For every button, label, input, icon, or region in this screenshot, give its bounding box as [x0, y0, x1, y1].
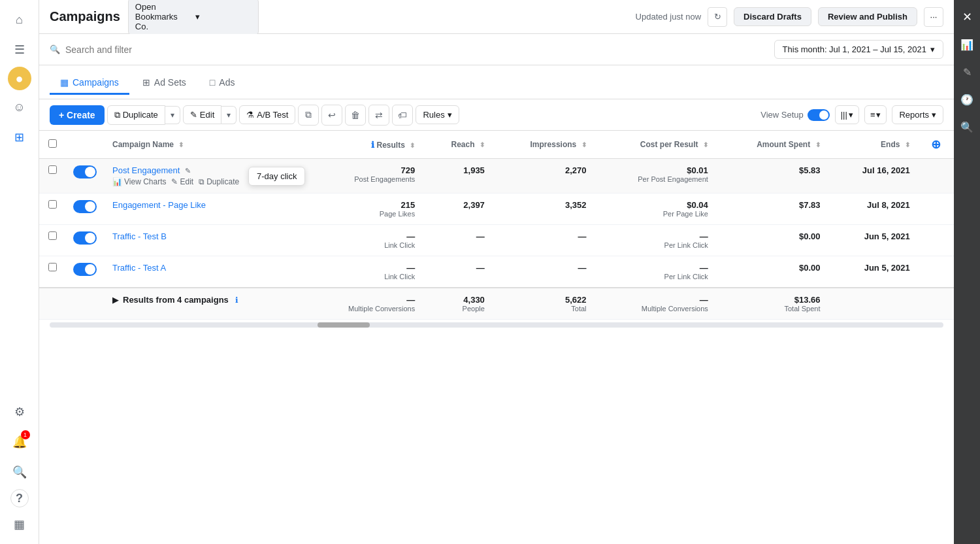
scroll-thumb[interactable]: [318, 322, 370, 328]
view-setup: View Setup: [760, 109, 830, 121]
chart-icon[interactable]: 📊: [955, 33, 979, 56]
tab-campaigns[interactable]: ▦ Campaigns: [50, 72, 129, 95]
tab-ads[interactable]: □ Ads: [199, 72, 246, 93]
row4-campaign-link[interactable]: Traffic - Test A: [112, 263, 166, 273]
expand-icon[interactable]: ▶: [112, 295, 119, 305]
row1-edit[interactable]: ✎ Edit: [171, 177, 193, 186]
reach-label: Reach: [451, 140, 474, 149]
row1-checkbox-cell: [39, 159, 65, 194]
sidebar-item-grid[interactable]: ⊞: [7, 124, 33, 150]
row1-ends-cell: Jul 16, 2021: [828, 159, 918, 194]
row2-amount-value: $7.83: [724, 200, 821, 210]
row3-toggle[interactable]: [73, 231, 97, 245]
row1-view-charts[interactable]: 📊 View Charts: [112, 177, 166, 186]
row1-toggle[interactable]: [73, 165, 97, 178]
row1-campaign-link[interactable]: Post Engagement: [112, 165, 180, 175]
summary-impressions-value: 5,622: [500, 295, 587, 305]
close-button[interactable]: ✕: [955, 5, 979, 29]
tab-ad-sets[interactable]: ⊞ Ad Sets: [132, 72, 197, 93]
row2-cost-value: $0.04: [602, 200, 708, 210]
date-range-button[interactable]: This month: Jul 1, 2021 – Jul 15, 2021 ▾: [774, 40, 943, 59]
duplicate-label: Duplicate: [123, 110, 158, 120]
row4-checkbox[interactable]: [48, 263, 57, 271]
column-view-icon: |||: [841, 110, 847, 120]
sidebar-logo: ●: [8, 67, 31, 90]
amount-sort-icon[interactable]: ⬍: [815, 141, 821, 148]
row3-amount-value: $0.00: [724, 231, 821, 241]
summary-info-icon[interactable]: ℹ: [235, 296, 238, 305]
clock-icon[interactable]: 🕐: [955, 88, 979, 111]
cost-sort-icon[interactable]: ⬍: [703, 141, 708, 148]
row2-results-cell: 215 Page Likes: [306, 194, 423, 225]
row3-checkbox[interactable]: [48, 231, 57, 240]
reach-sort-icon[interactable]: ⬍: [480, 141, 485, 148]
row3-cost-value: —: [602, 231, 708, 241]
sidebar-item-search[interactable]: 🔍: [7, 459, 33, 485]
row1-edit-name-icon[interactable]: ✎: [185, 167, 191, 175]
view-setup-toggle[interactable]: [808, 109, 830, 121]
duplicate-arrow-button[interactable]: ▾: [165, 106, 180, 124]
row2-impressions-cell: 3,352: [493, 194, 595, 225]
tag-button[interactable]: 🏷: [392, 105, 413, 126]
edit-arrow-button[interactable]: ▾: [221, 106, 237, 124]
header-reach: Reach ⬍: [423, 131, 493, 159]
sidebar-item-menu[interactable]: ☰: [7, 37, 33, 63]
row2-toggle[interactable]: [73, 200, 97, 213]
edit-button[interactable]: ✎ Edit: [183, 105, 221, 124]
add-column-icon[interactable]: ⊕: [931, 138, 941, 151]
sidebar-item-notifications[interactable]: 🔔 1: [7, 429, 33, 455]
row1-results-value: 729: [314, 165, 415, 175]
row4-cost-cell: — Per Link Click: [595, 256, 716, 288]
row1-checkbox[interactable]: [48, 165, 57, 174]
select-all-checkbox[interactable]: [48, 139, 57, 148]
sidebar-item-help[interactable]: ?: [10, 489, 29, 507]
row1-duplicate[interactable]: ⧉ Duplicate: [199, 177, 239, 186]
results-sort-icon[interactable]: ⬍: [410, 142, 415, 149]
refresh-button[interactable]: ↻: [708, 7, 727, 27]
breakdown-button[interactable]: ≡ ▾: [864, 105, 887, 124]
impressions-sort-icon[interactable]: ⬍: [581, 141, 587, 148]
column-view-chevron: ▾: [849, 110, 853, 120]
swap-button[interactable]: ⇄: [368, 105, 389, 126]
column-view-button[interactable]: ||| ▾: [835, 105, 859, 124]
delete-button[interactable]: 🗑: [345, 105, 366, 126]
campaign-name-sort-icon[interactable]: ⬍: [178, 141, 184, 148]
undo-button[interactable]: ↩: [321, 105, 342, 126]
row2-reach-cell: 2,397: [423, 194, 493, 225]
more-options-button[interactable]: ···: [924, 7, 943, 27]
copy-button[interactable]: ⧉: [298, 105, 319, 126]
reports-button[interactable]: Reports ▾: [892, 105, 943, 124]
rules-button[interactable]: Rules ▾: [416, 105, 459, 124]
impressions-label: Impressions: [531, 140, 577, 149]
edit-pencil-icon[interactable]: ✎: [955, 60, 979, 84]
duplicate-button[interactable]: ⧉ Duplicate: [107, 105, 165, 125]
review-publish-button[interactable]: Review and Publish: [818, 7, 917, 26]
ab-test-button[interactable]: ⚗ A/B Test: [239, 105, 295, 124]
breakdown-chevron: ▾: [876, 110, 881, 120]
account-selector[interactable]: Open Bookmarks Co. ▾: [128, 0, 259, 35]
chevron-down-icon: ▾: [195, 12, 252, 22]
results-info-icon[interactable]: ℹ: [371, 140, 374, 150]
sidebar-item-people[interactable]: ☺: [7, 94, 33, 120]
row3-campaign-link[interactable]: Traffic - Test B: [112, 231, 167, 241]
search-icon: 🔍: [50, 44, 60, 54]
row3-add-cell: [918, 225, 954, 256]
sidebar-item-home[interactable]: ⌂: [7, 7, 33, 33]
discard-drafts-button[interactable]: Discard Drafts: [734, 7, 811, 26]
search-input[interactable]: [65, 44, 768, 55]
row4-results-value: —: [314, 263, 415, 273]
row4-results-label: Link Click: [314, 273, 415, 280]
sidebar-item-settings[interactable]: ⚙: [7, 399, 33, 425]
row2-checkbox[interactable]: [48, 200, 57, 209]
horizontal-scrollbar[interactable]: [50, 322, 943, 328]
sidebar-item-grid2[interactable]: ▦: [7, 511, 33, 537]
row4-toggle[interactable]: [73, 263, 97, 276]
summary-toggle-cell: [65, 288, 105, 320]
create-button[interactable]: + Create: [50, 105, 105, 125]
row2-campaign-link[interactable]: Engagement - Page Like: [112, 200, 206, 210]
magnify-icon[interactable]: 🔍: [955, 115, 979, 139]
row1-cost-cell: $0.01 Per Post Engagement: [595, 159, 716, 194]
rules-label: Rules: [423, 110, 444, 120]
row1-amount-cell: $5.83: [716, 159, 828, 194]
ends-sort-icon[interactable]: ⬍: [905, 141, 910, 148]
